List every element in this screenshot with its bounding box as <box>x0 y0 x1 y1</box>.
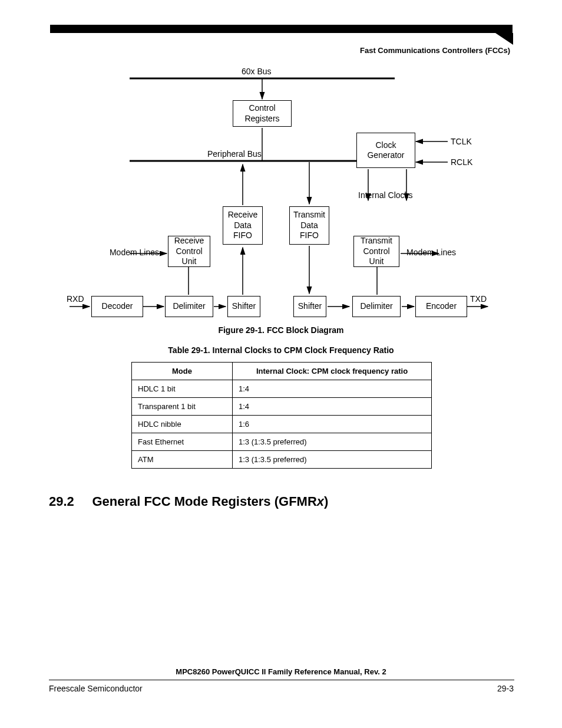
box-delimiter-left: Delimiter <box>165 296 213 317</box>
box-rx-fifo: Receive Data FIFO <box>223 206 263 245</box>
header-bar <box>50 25 513 33</box>
table-row: HDLC nibble1:6 <box>132 416 432 433</box>
fcc-block-diagram: 60x Bus Control Registers Peripheral Bus… <box>0 65 562 330</box>
label-txd: TXD <box>470 294 487 305</box>
ratio-table: Mode Internal Clock: CPM clock frequency… <box>131 362 432 469</box>
footer-left: Freescale Semiconductor <box>49 684 143 693</box>
label-rxd: RXD <box>67 294 84 305</box>
section-heading: 29.2 General FCC Mode Registers (GFMRx) <box>49 494 328 509</box>
box-delimiter-right: Delimiter <box>352 296 401 317</box>
box-tx-fifo: Transmit Data FIFO <box>289 206 329 245</box>
box-control-registers: Control Registers <box>233 100 292 127</box>
box-decoder: Decoder <box>91 296 143 317</box>
section-num: 29.2 <box>49 494 74 509</box>
label-tclk: TCLK <box>451 137 472 147</box>
label-modem-left: Modem Lines <box>94 248 159 258</box>
footer-right: 29-3 <box>497 684 514 693</box>
th-mode: Mode <box>132 363 233 380</box>
section-title-ital: x <box>317 494 324 509</box>
table-row: Transparent 1 bit1:4 <box>132 398 432 416</box>
label-modem-right: Modem Lines <box>406 248 456 258</box>
footer-title: MPC8260 PowerQUICC II Family Reference M… <box>0 667 562 676</box>
label-peripheral-bus: Peripheral Bus <box>207 149 262 160</box>
box-encoder: Encoder <box>415 296 467 317</box>
section-title-post: ) <box>324 494 328 509</box>
table-row: HDLC 1 bit1:4 <box>132 380 432 398</box>
box-rcu: Receive Control Unit <box>168 236 210 267</box>
footer-rule <box>49 680 514 680</box>
th-ratio: Internal Clock: CPM clock frequency rati… <box>233 363 432 380</box>
table-row: ATM1:3 (1:3.5 preferred) <box>132 451 432 469</box>
box-shifter-right: Shifter <box>293 296 326 317</box>
section-title-pre: General FCC Mode Registers (GFMR <box>92 494 316 509</box>
running-header: Fast Communications Controllers (FCCs) <box>360 46 510 55</box>
table-caption: Table 29-1. Internal Clocks to CPM Clock… <box>0 345 562 355</box>
box-shifter-left: Shifter <box>227 296 260 317</box>
label-internal-clocks: Internal Clocks <box>358 190 413 201</box>
label-60x-bus: 60x Bus <box>242 67 272 77</box>
figure-caption: Figure 29-1. FCC Block Diagram <box>0 325 562 335</box>
label-rclk: RCLK <box>451 157 472 168</box>
table-row: Fast Ethernet1:3 (1:3.5 preferred) <box>132 433 432 451</box>
box-clock-generator: Clock Generator <box>356 133 415 168</box>
box-tcu: Transmit Control Unit <box>353 236 399 267</box>
